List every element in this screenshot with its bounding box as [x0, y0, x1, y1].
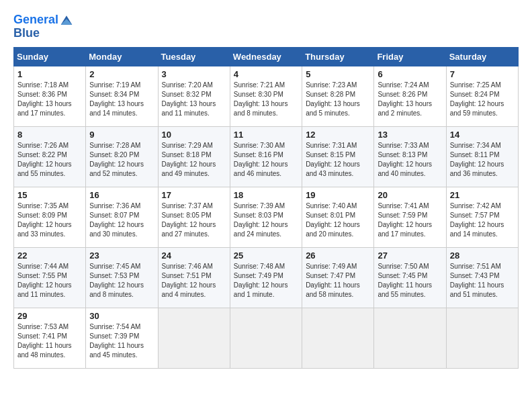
day-info: Sunrise: 7:50 AMSunset: 7:45 PMDaylight:… [378, 262, 442, 300]
day-number: 19 [306, 190, 370, 200]
day-number: 23 [89, 250, 154, 261]
calendar-cell: 16Sunrise: 7:36 AMSunset: 8:07 PMDayligh… [86, 187, 158, 247]
day-info: Sunrise: 7:48 AMSunset: 7:49 PMDaylight:… [234, 262, 298, 300]
calendar-cell: 22Sunrise: 7:44 AMSunset: 7:55 PMDayligh… [14, 247, 86, 308]
day-info: Sunrise: 7:35 AMSunset: 8:09 PMDaylight:… [17, 201, 82, 239]
calendar-cell: 19Sunrise: 7:40 AMSunset: 8:01 PMDayligh… [302, 187, 374, 247]
day-number: 15 [17, 190, 82, 200]
day-number: 28 [450, 250, 515, 261]
calendar-cell: 1Sunrise: 7:18 AMSunset: 8:36 PMDaylight… [14, 66, 86, 126]
calendar-cell: 24Sunrise: 7:46 AMSunset: 7:51 PMDayligh… [158, 247, 230, 308]
calendar-week-row: 15Sunrise: 7:35 AMSunset: 8:09 PMDayligh… [14, 187, 519, 247]
day-info: Sunrise: 7:40 AMSunset: 8:01 PMDaylight:… [306, 201, 370, 239]
page-header: General Blue [13, 13, 519, 40]
logo: General Blue [13, 13, 73, 40]
calendar-cell: 15Sunrise: 7:35 AMSunset: 8:09 PMDayligh… [14, 187, 86, 247]
day-number: 21 [450, 190, 515, 200]
day-info: Sunrise: 7:33 AMSunset: 8:13 PMDaylight:… [378, 141, 442, 179]
day-info: Sunrise: 7:45 AMSunset: 7:53 PMDaylight:… [89, 262, 154, 300]
day-info: Sunrise: 7:24 AMSunset: 8:26 PMDaylight:… [378, 81, 442, 118]
calendar-table: SundayMondayTuesdayWednesdayThursdayFrid… [13, 47, 519, 369]
calendar-cell: 8Sunrise: 7:26 AMSunset: 8:22 PMDaylight… [14, 126, 86, 187]
day-info: Sunrise: 7:42 AMSunset: 7:57 PMDaylight:… [450, 201, 515, 239]
calendar-cell [230, 308, 302, 368]
day-info: Sunrise: 7:34 AMSunset: 8:11 PMDaylight:… [450, 141, 515, 179]
day-info: Sunrise: 7:44 AMSunset: 7:55 PMDaylight:… [17, 262, 82, 300]
calendar-cell [302, 308, 374, 368]
calendar-header: SundayMondayTuesdayWednesdayThursdayFrid… [14, 47, 519, 66]
day-info: Sunrise: 7:53 AMSunset: 7:41 PMDaylight:… [17, 322, 82, 360]
calendar-week-row: 8Sunrise: 7:26 AMSunset: 8:22 PMDaylight… [14, 126, 519, 187]
day-number: 2 [89, 69, 154, 79]
header-day-saturday: Saturday [446, 47, 518, 66]
day-info: Sunrise: 7:49 AMSunset: 7:47 PMDaylight:… [306, 262, 370, 300]
day-number: 11 [234, 130, 298, 140]
day-info: Sunrise: 7:36 AMSunset: 8:07 PMDaylight:… [89, 201, 154, 239]
day-info: Sunrise: 7:25 AMSunset: 8:24 PMDaylight:… [450, 81, 515, 118]
calendar-week-row: 29Sunrise: 7:53 AMSunset: 7:41 PMDayligh… [14, 308, 519, 368]
day-number: 18 [234, 190, 298, 200]
calendar-cell: 27Sunrise: 7:50 AMSunset: 7:45 PMDayligh… [374, 247, 446, 308]
day-number: 4 [234, 69, 298, 79]
svg-marker-1 [61, 19, 73, 24]
day-info: Sunrise: 7:39 AMSunset: 8:03 PMDaylight:… [234, 201, 298, 239]
calendar-cell: 28Sunrise: 7:51 AMSunset: 7:43 PMDayligh… [446, 247, 518, 308]
calendar-cell: 11Sunrise: 7:30 AMSunset: 8:16 PMDayligh… [230, 126, 302, 187]
calendar-cell: 13Sunrise: 7:33 AMSunset: 8:13 PMDayligh… [374, 126, 446, 187]
day-number: 27 [378, 250, 442, 261]
day-info: Sunrise: 7:31 AMSunset: 8:15 PMDaylight:… [306, 141, 370, 179]
calendar-cell: 21Sunrise: 7:42 AMSunset: 7:57 PMDayligh… [446, 187, 518, 247]
header-day-monday: Monday [86, 47, 158, 66]
day-number: 14 [450, 130, 515, 140]
calendar-cell: 29Sunrise: 7:53 AMSunset: 7:41 PMDayligh… [14, 308, 86, 368]
day-info: Sunrise: 7:21 AMSunset: 8:30 PMDaylight:… [234, 81, 298, 118]
calendar-cell: 30Sunrise: 7:54 AMSunset: 7:39 PMDayligh… [86, 308, 158, 368]
calendar-cell: 5Sunrise: 7:23 AMSunset: 8:28 PMDaylight… [302, 66, 374, 126]
day-number: 22 [17, 250, 82, 261]
day-info: Sunrise: 7:23 AMSunset: 8:28 PMDaylight:… [306, 81, 370, 118]
logo-text: General [13, 13, 58, 27]
calendar-cell [158, 308, 230, 368]
day-number: 10 [162, 130, 226, 140]
day-number: 6 [378, 69, 442, 79]
day-number: 16 [89, 190, 154, 200]
calendar-cell: 23Sunrise: 7:45 AMSunset: 7:53 PMDayligh… [86, 247, 158, 308]
day-number: 7 [450, 69, 515, 79]
day-number: 20 [378, 190, 442, 200]
day-number: 9 [89, 130, 154, 140]
calendar-cell: 6Sunrise: 7:24 AMSunset: 8:26 PMDaylight… [374, 66, 446, 126]
day-info: Sunrise: 7:18 AMSunset: 8:36 PMDaylight:… [17, 81, 82, 118]
calendar-cell [374, 308, 446, 368]
calendar-cell: 3Sunrise: 7:20 AMSunset: 8:32 PMDaylight… [158, 66, 230, 126]
header-row: SundayMondayTuesdayWednesdayThursdayFrid… [14, 47, 519, 66]
calendar-cell [446, 308, 518, 368]
day-number: 3 [162, 69, 226, 79]
day-info: Sunrise: 7:30 AMSunset: 8:16 PMDaylight:… [234, 141, 298, 179]
calendar-week-row: 1Sunrise: 7:18 AMSunset: 8:36 PMDaylight… [14, 66, 519, 126]
day-info: Sunrise: 7:29 AMSunset: 8:18 PMDaylight:… [162, 141, 226, 179]
day-number: 25 [234, 250, 298, 261]
logo-icon [60, 13, 73, 27]
day-info: Sunrise: 7:37 AMSunset: 8:05 PMDaylight:… [162, 201, 226, 239]
calendar-cell: 7Sunrise: 7:25 AMSunset: 8:24 PMDaylight… [446, 66, 518, 126]
day-number: 26 [306, 250, 370, 261]
calendar-cell: 26Sunrise: 7:49 AMSunset: 7:47 PMDayligh… [302, 247, 374, 308]
calendar-cell: 18Sunrise: 7:39 AMSunset: 8:03 PMDayligh… [230, 187, 302, 247]
day-info: Sunrise: 7:54 AMSunset: 7:39 PMDaylight:… [89, 322, 154, 360]
calendar-cell: 20Sunrise: 7:41 AMSunset: 7:59 PMDayligh… [374, 187, 446, 247]
calendar-week-row: 22Sunrise: 7:44 AMSunset: 7:55 PMDayligh… [14, 247, 519, 308]
calendar-cell: 2Sunrise: 7:19 AMSunset: 8:34 PMDaylight… [86, 66, 158, 126]
day-info: Sunrise: 7:20 AMSunset: 8:32 PMDaylight:… [162, 81, 226, 118]
day-number: 5 [306, 69, 370, 79]
calendar-cell: 4Sunrise: 7:21 AMSunset: 8:30 PMDaylight… [230, 66, 302, 126]
calendar-cell: 17Sunrise: 7:37 AMSunset: 8:05 PMDayligh… [158, 187, 230, 247]
header-day-sunday: Sunday [14, 47, 86, 66]
calendar-cell: 12Sunrise: 7:31 AMSunset: 8:15 PMDayligh… [302, 126, 374, 187]
logo-text2: Blue [13, 27, 40, 40]
day-number: 12 [306, 130, 370, 140]
day-info: Sunrise: 7:51 AMSunset: 7:43 PMDaylight:… [450, 262, 515, 300]
day-number: 30 [89, 311, 154, 321]
day-number: 17 [162, 190, 226, 200]
calendar-cell: 10Sunrise: 7:29 AMSunset: 8:18 PMDayligh… [158, 126, 230, 187]
day-info: Sunrise: 7:41 AMSunset: 7:59 PMDaylight:… [378, 201, 442, 239]
